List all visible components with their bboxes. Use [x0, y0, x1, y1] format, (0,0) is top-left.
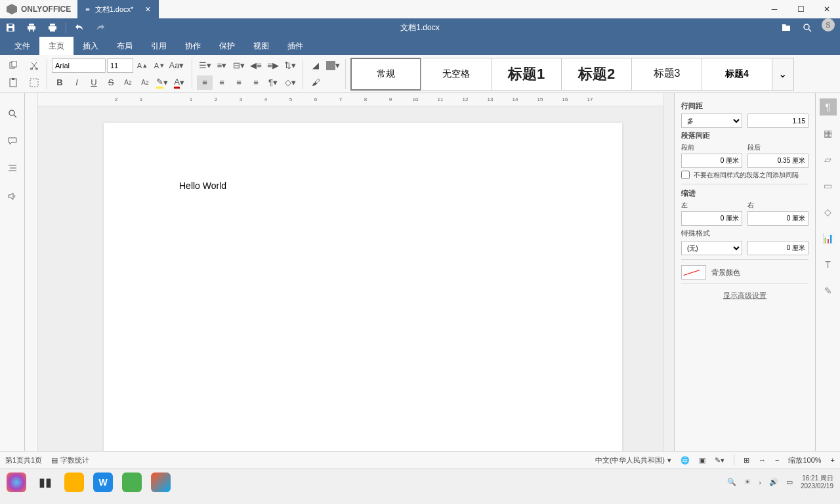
find-sidebar-button[interactable]: [5, 106, 20, 121]
tab-plugins[interactable]: 插件: [278, 37, 312, 55]
indent-left-input[interactable]: [681, 211, 742, 226]
format-painter-button[interactable]: 🖌: [308, 75, 324, 90]
app-wps[interactable]: W: [93, 472, 113, 492]
tray-battery-icon[interactable]: ▭: [786, 478, 793, 486]
system-clock[interactable]: 16:21 周日 2023/02/19: [801, 474, 833, 490]
decrease-font-button[interactable]: A▼: [152, 58, 167, 73]
tab-protection[interactable]: 保护: [210, 37, 244, 55]
bold-button[interactable]: B: [52, 75, 68, 90]
start-button[interactable]: [7, 472, 26, 492]
document-page[interactable]: Hello World: [104, 123, 622, 451]
tracking-button[interactable]: ▣: [699, 456, 705, 465]
app-onlyoffice[interactable]: [151, 472, 171, 492]
fit-width-button[interactable]: ↔: [759, 456, 766, 464]
chart-tool-button[interactable]: 📊: [820, 230, 837, 247]
close-tab-icon[interactable]: ×: [145, 4, 150, 14]
zoom-out-button[interactable]: −: [775, 456, 779, 464]
app-wechat[interactable]: [122, 472, 142, 492]
style-heading3[interactable]: 标题3: [631, 58, 702, 91]
italic-button[interactable]: I: [69, 75, 85, 90]
feedback-sidebar-button[interactable]: [5, 189, 20, 203]
line-spacing-value[interactable]: [747, 114, 808, 128]
font-name-combo[interactable]: [52, 58, 106, 73]
paste-button[interactable]: [5, 75, 21, 90]
highlight-button[interactable]: ✎▾: [154, 75, 170, 90]
search-button[interactable]: [797, 18, 818, 37]
style-no-spacing[interactable]: 无空格: [421, 58, 492, 91]
image-tool-button[interactable]: ▱: [820, 151, 837, 168]
copy-button[interactable]: [5, 58, 21, 73]
before-spacing-input[interactable]: [681, 154, 742, 168]
document-tab[interactable]: ≡ 文档1.docx* ×: [77, 0, 158, 18]
line-spacing-button[interactable]: ⇅▾: [282, 58, 298, 73]
user-avatar[interactable]: S: [822, 18, 835, 32]
align-justify-button[interactable]: ≡: [248, 75, 264, 90]
open-location-button[interactable]: [776, 18, 797, 37]
tray-volume-icon[interactable]: 🔊: [769, 478, 778, 486]
indent-right-input[interactable]: [747, 211, 808, 226]
sort-button[interactable]: ◇▾: [282, 75, 298, 90]
font-size-combo[interactable]: [107, 58, 133, 73]
paragraph-tool-button[interactable]: ¶: [820, 98, 837, 116]
tab-home[interactable]: 主页: [39, 37, 74, 55]
styles-more-button[interactable]: ⌄: [772, 58, 794, 91]
tray-weather-icon[interactable]: ☀: [744, 478, 751, 486]
tab-insert[interactable]: 插入: [74, 37, 108, 55]
tab-layout[interactable]: 布局: [108, 37, 142, 55]
tray-search-icon[interactable]: 🔍: [727, 478, 736, 486]
vertical-scrollbar[interactable]: [663, 93, 674, 451]
paragraph-marks-button[interactable]: ¶▾: [265, 75, 281, 90]
language-button[interactable]: 中文(中华人民共和国)▾: [595, 455, 671, 465]
decrease-indent-button[interactable]: ◀≡: [248, 58, 264, 73]
bullets-button[interactable]: ☰▾: [197, 58, 213, 73]
font-color-button[interactable]: A▾: [171, 75, 187, 90]
after-spacing-input[interactable]: [747, 154, 808, 168]
bg-color-swatch[interactable]: [681, 265, 706, 280]
line-spacing-type[interactable]: 多: [681, 114, 742, 128]
app-1[interactable]: [64, 472, 84, 492]
style-heading4[interactable]: 标题4: [702, 58, 772, 91]
quick-print-button[interactable]: [42, 18, 63, 37]
spellcheck-button[interactable]: 🌐: [681, 456, 690, 465]
shading-button[interactable]: ▾: [325, 58, 341, 73]
tray-chevron-icon[interactable]: ›: [759, 478, 761, 486]
tab-collaboration[interactable]: 协作: [176, 37, 210, 55]
comments-sidebar-button[interactable]: [5, 134, 20, 148]
superscript-button[interactable]: A2: [120, 75, 136, 90]
underline-button[interactable]: U: [86, 75, 102, 90]
taskview-button[interactable]: ▮▮: [35, 472, 55, 492]
word-count-button[interactable]: ▤ 字数统计: [51, 455, 89, 465]
headings-sidebar-button[interactable]: [5, 161, 20, 176]
align-right-button[interactable]: ≡: [231, 75, 247, 90]
page-count[interactable]: 第1页共1页: [5, 455, 42, 465]
tab-view[interactable]: 视图: [244, 37, 278, 55]
style-normal[interactable]: 常规: [350, 58, 421, 91]
fit-page-button[interactable]: ⊞: [744, 456, 749, 465]
show-advanced-link[interactable]: 显示高级设置: [681, 291, 808, 301]
style-heading2[interactable]: 标题2: [561, 58, 632, 91]
zoom-in-button[interactable]: +: [831, 456, 835, 464]
strikethrough-button[interactable]: S: [103, 75, 119, 90]
style-heading1[interactable]: 标题1: [491, 58, 562, 91]
shape-tool-button[interactable]: ◇: [820, 203, 837, 220]
change-case-button[interactable]: Aa▾: [169, 58, 184, 73]
subscript-button[interactable]: A2: [137, 75, 153, 90]
signature-tool-button[interactable]: ✎: [820, 282, 837, 299]
special-indent-select[interactable]: (无): [681, 241, 742, 255]
align-left-button[interactable]: ≡: [197, 75, 213, 90]
save-button[interactable]: [0, 18, 21, 37]
undo-button[interactable]: [69, 18, 90, 37]
minimize-button[interactable]: ─: [761, 0, 788, 18]
redo-button[interactable]: [90, 18, 111, 37]
align-center-button[interactable]: ≡: [214, 75, 230, 90]
clear-format-button[interactable]: ◢: [308, 58, 324, 73]
track-changes-button[interactable]: ✎▾: [715, 456, 724, 465]
multilevel-button[interactable]: ⊟▾: [231, 58, 247, 73]
tab-file[interactable]: 文件: [5, 37, 39, 55]
special-indent-input[interactable]: [747, 241, 808, 255]
tab-references[interactable]: 引用: [142, 37, 176, 55]
cut-button[interactable]: [26, 58, 42, 73]
header-tool-button[interactable]: ▭: [820, 177, 837, 194]
select-all-button[interactable]: [26, 75, 42, 90]
print-button[interactable]: [21, 18, 42, 37]
